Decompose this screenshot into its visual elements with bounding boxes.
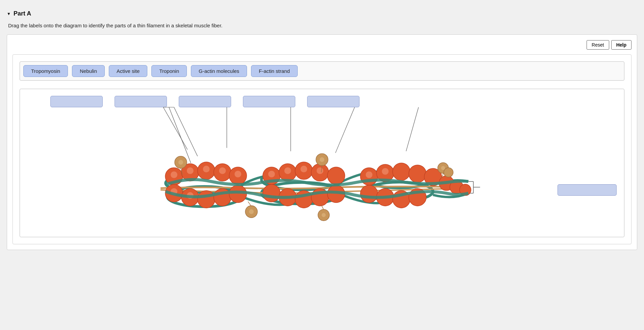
svg-point-34	[187, 192, 194, 199]
svg-point-76	[318, 209, 329, 221]
svg-point-66	[316, 154, 328, 166]
svg-point-57	[409, 189, 426, 206]
drop-box-3[interactable]	[179, 96, 231, 107]
drop-box-5[interactable]	[307, 96, 360, 107]
svg-point-29	[187, 167, 194, 174]
svg-point-55	[376, 189, 394, 206]
svg-point-44	[327, 185, 345, 203]
svg-point-58	[366, 171, 372, 178]
svg-point-13	[166, 174, 243, 193]
svg-point-49	[360, 168, 378, 185]
svg-point-54	[360, 185, 378, 203]
collapse-arrow-icon[interactable]: ▼	[7, 11, 11, 16]
svg-point-50	[376, 164, 394, 182]
svg-point-38	[311, 164, 329, 181]
svg-point-37	[295, 162, 313, 180]
svg-point-62	[460, 184, 471, 196]
svg-point-45	[268, 171, 275, 177]
svg-line-68	[321, 165, 322, 172]
svg-point-32	[234, 171, 241, 177]
svg-point-74	[249, 209, 254, 214]
svg-point-26	[214, 189, 231, 206]
label-troponin[interactable]: Troponin	[151, 65, 187, 77]
svg-point-46	[284, 167, 291, 174]
label-g-actin[interactable]: G-actin molecules	[191, 65, 247, 77]
svg-point-22	[229, 167, 247, 185]
outer-box: Reset Help Tropomyosin Nebulin Active si…	[7, 34, 637, 250]
svg-point-14	[262, 183, 342, 204]
svg-point-63	[175, 156, 187, 168]
drop-box-1[interactable]	[50, 96, 103, 107]
svg-point-42	[295, 191, 313, 208]
svg-point-35	[263, 167, 280, 185]
svg-point-18	[165, 168, 183, 185]
svg-line-7	[406, 107, 419, 151]
help-button[interactable]: Help	[611, 40, 631, 50]
svg-point-39	[327, 167, 345, 185]
svg-point-24	[181, 189, 199, 206]
svg-line-78	[321, 205, 324, 210]
svg-point-47	[300, 166, 307, 172]
svg-point-21	[214, 164, 231, 181]
svg-point-15	[262, 170, 342, 190]
svg-point-33	[171, 188, 177, 195]
svg-point-23	[165, 185, 183, 202]
svg-point-48	[317, 167, 323, 174]
label-nebulin[interactable]: Nebulin	[72, 65, 105, 77]
svg-point-60	[439, 176, 454, 191]
svg-point-73	[245, 205, 257, 218]
svg-point-53	[424, 168, 442, 186]
svg-point-25	[198, 191, 215, 208]
label-tropomyosin[interactable]: Tropomyosin	[23, 65, 68, 77]
svg-point-31	[219, 167, 226, 174]
svg-point-12	[167, 187, 241, 207]
svg-point-40	[263, 185, 280, 202]
svg-point-43	[311, 189, 329, 206]
diagram-area	[20, 89, 624, 237]
labels-row: Tropomyosin Nebulin Active site Troponin…	[20, 61, 624, 81]
svg-point-30	[203, 166, 210, 172]
svg-point-16	[366, 182, 433, 201]
drop-box-2[interactable]	[115, 96, 167, 107]
svg-point-69	[438, 163, 448, 173]
svg-line-2	[169, 107, 191, 163]
svg-point-28	[171, 171, 177, 178]
svg-line-65	[181, 168, 182, 175]
svg-point-77	[322, 213, 326, 217]
svg-point-61	[450, 181, 463, 194]
svg-point-71	[441, 166, 445, 170]
drop-box-4[interactable]	[243, 96, 295, 107]
svg-point-51	[393, 163, 410, 181]
svg-point-64	[178, 160, 183, 165]
label-f-actin[interactable]: F-actin strand	[251, 65, 298, 77]
svg-point-20	[198, 162, 215, 180]
svg-point-52	[409, 165, 426, 183]
svg-line-1	[174, 107, 198, 156]
reset-button[interactable]: Reset	[587, 40, 609, 50]
inner-box: Tropomyosin Nebulin Active site Troponin…	[13, 54, 631, 244]
label-active-site[interactable]: Active site	[109, 65, 147, 77]
svg-point-17	[366, 170, 433, 188]
diagram-svg	[20, 89, 624, 237]
svg-line-75	[248, 201, 251, 206]
page-container: ▼ Part A Drag the labels onto the diagra…	[7, 7, 637, 250]
part-label: Part A	[14, 10, 31, 17]
drop-box-6[interactable]	[558, 184, 617, 196]
instruction-text: Drag the labels onto the diagram to iden…	[7, 23, 637, 28]
svg-line-0	[163, 107, 188, 149]
svg-point-27	[229, 185, 247, 203]
svg-line-6	[336, 107, 355, 153]
svg-point-19	[181, 164, 199, 181]
svg-line-72	[441, 173, 444, 178]
toolbar: Reset Help	[13, 40, 631, 50]
part-header: ▼ Part A	[7, 7, 637, 23]
svg-point-56	[393, 191, 410, 208]
svg-point-36	[279, 164, 297, 181]
svg-point-41	[279, 189, 297, 206]
svg-point-67	[320, 157, 324, 162]
svg-point-59	[382, 168, 389, 175]
svg-point-70	[444, 168, 453, 177]
